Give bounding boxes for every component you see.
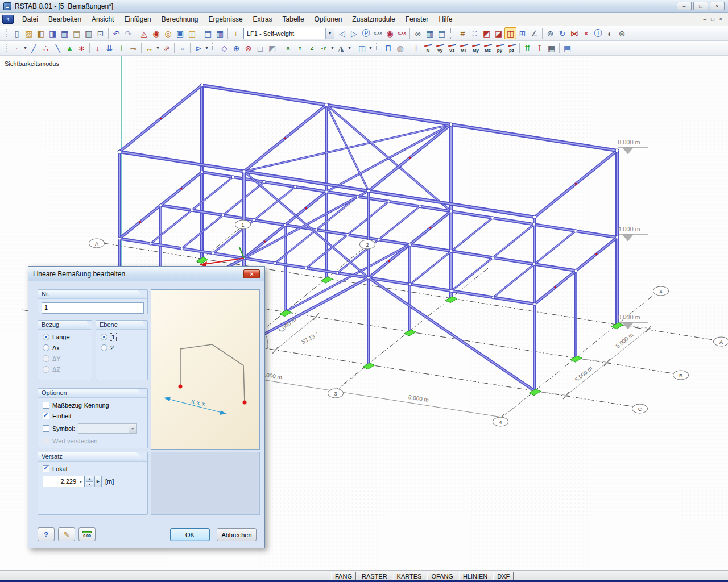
workplane-xz-icon[interactable]: ◫ <box>504 27 516 39</box>
new-loadcase-icon[interactable]: + <box>230 27 242 39</box>
printout-report-icon[interactable]: ▤ <box>436 27 448 39</box>
units-button[interactable]: 0.00 <box>78 527 96 541</box>
result-py-icon[interactable]: py <box>494 42 506 54</box>
view-dropdown-icon[interactable]: ▾ <box>330 42 335 54</box>
status-fang[interactable]: FANG <box>331 572 356 581</box>
open-model-icon[interactable]: ◧ <box>35 27 47 39</box>
checkbox-symbol-box[interactable] <box>43 425 49 432</box>
show-result-values-icon[interactable]: X.XX <box>396 27 408 39</box>
new-file-icon[interactable]: ▯ <box>11 27 23 39</box>
status-kartes[interactable]: KARTES <box>393 572 426 581</box>
zoom-in-icon[interactable]: ⊕ <box>230 42 242 54</box>
display-properties-icon[interactable]: ◐ <box>604 27 616 39</box>
result-mt-icon[interactable]: MT <box>458 42 470 54</box>
versatz-pick-button[interactable]: ▶ <box>94 476 102 487</box>
result-tables-icon[interactable]: ▦ <box>424 27 436 39</box>
versatz-spinner[interactable]: ▲ ▼ <box>86 476 93 487</box>
save-model-icon[interactable]: ◨ <box>47 27 59 39</box>
print-icon[interactable]: ▥ <box>82 27 94 39</box>
radio-dx-button[interactable] <box>43 344 49 351</box>
result-n-icon[interactable]: N <box>422 42 434 54</box>
table-list-icon[interactable]: ▤ <box>202 27 214 39</box>
support-rotate-icon[interactable]: ⊺ <box>533 42 545 54</box>
checkbox-lokal[interactable]: Lokal <box>43 465 147 472</box>
result-my-icon[interactable]: My <box>470 42 482 54</box>
status-raster[interactable]: RASTER <box>358 572 391 581</box>
workplane-xy-icon[interactable]: ◩ <box>481 27 493 39</box>
status-hlinien[interactable]: HLINIEN <box>459 572 491 581</box>
rotate-view-icon[interactable]: ↻ <box>556 27 568 39</box>
close-button[interactable]: × <box>710 2 725 10</box>
view-y-icon[interactable]: Y <box>294 42 306 54</box>
snap-icon[interactable]: ⊚ <box>544 27 556 39</box>
menu-fenster[interactable]: Fenster <box>400 14 434 25</box>
save-icon[interactable]: ▦ <box>59 27 71 39</box>
connect-nodes-icon[interactable]: ∴ <box>40 42 52 54</box>
imperfection-icon[interactable]: ⇈ <box>522 42 533 54</box>
slope-dimension-icon[interactable]: ⇗ <box>160 42 172 54</box>
checkbox-einheit[interactable]: Einheit <box>43 413 147 419</box>
ok-button[interactable]: OK <box>170 528 210 541</box>
result-grid-icon[interactable]: ▦ <box>545 42 557 54</box>
extra-node-icon[interactable]: ∗ <box>76 42 88 54</box>
load-case-dropdown-icon[interactable]: ▾ <box>325 28 334 39</box>
insert-support-icon[interactable]: ⊥ <box>115 42 127 54</box>
view-x-icon[interactable]: X <box>282 42 294 54</box>
checkbox-massbezug[interactable]: Maßbezug-Kennung <box>43 402 147 409</box>
next-loadcase-icon[interactable]: ▷ <box>348 27 360 39</box>
checkbox-symbol[interactable]: Symbol: ▼ <box>43 423 147 434</box>
menu-hilfe[interactable]: Hilfe <box>433 14 457 25</box>
visibility-dropdown-icon[interactable]: ▾ <box>368 42 373 54</box>
new-node-icon[interactable]: ∙ <box>11 42 23 54</box>
comment-button[interactable]: ✎ <box>58 527 75 541</box>
comment-icon[interactable]: ◍ <box>394 42 406 54</box>
checkbox-massbezug-box[interactable] <box>43 402 49 409</box>
load-case-combo[interactable]: LF1 - Self-weight▾ <box>243 28 334 39</box>
mode-icon[interactable]: Π <box>382 42 394 54</box>
new-view-icon[interactable]: ▣ <box>174 27 186 39</box>
mirror-icon[interactable]: ⋈ <box>568 27 580 39</box>
new-member-type-icon[interactable]: ╲ <box>52 42 64 54</box>
nodal-load-icon[interactable]: ↓ <box>92 42 104 54</box>
menu-extras[interactable]: Extras <box>248 14 278 25</box>
menu-bearbeiten[interactable]: Bearbeiten <box>43 14 86 25</box>
zoom-out-icon[interactable]: ⊗ <box>242 42 254 54</box>
member-release-icon[interactable]: ⊸ <box>127 42 139 54</box>
grid-points-icon[interactable]: ∷ <box>469 27 481 39</box>
delete-icon[interactable]: × <box>580 27 592 39</box>
versatz-dropdown-icon[interactable]: ▼ <box>77 480 84 484</box>
edit-object-icon[interactable]: ◬ <box>138 27 150 39</box>
show-loads-icon[interactable]: Ⓟ <box>360 27 372 39</box>
view-glasses-icon[interactable]: ∞ <box>412 27 424 39</box>
radio-ebene-1-button[interactable] <box>101 334 107 340</box>
show-load-values-icon[interactable]: X.XX <box>372 27 384 39</box>
menu-zusatzmodule[interactable]: Zusatzmodule <box>347 14 400 25</box>
menu-einfuegen[interactable]: Einfügen <box>119 14 156 25</box>
checkbox-einheit-box[interactable] <box>43 413 49 419</box>
show-results-icon[interactable]: ◉ <box>384 27 396 39</box>
radio-laenge[interactable]: Länge <box>43 334 92 340</box>
dialog-titlebar[interactable]: Lineare Bemaßung bearbeiten × <box>28 267 264 281</box>
menu-datei[interactable]: Datei <box>17 14 43 25</box>
member-load-icon[interactable]: ⇊ <box>104 42 115 54</box>
isometric-dropdown-icon[interactable]: ▾ <box>347 42 352 54</box>
panel-icon[interactable]: ▤ <box>561 42 573 54</box>
dimension-icon[interactable]: ↔ <box>143 42 155 54</box>
undo-icon[interactable]: ↶ <box>110 27 122 39</box>
menu-tabelle[interactable]: Tabelle <box>278 14 309 25</box>
menu-optionen[interactable]: Optionen <box>309 14 348 25</box>
spin-down-icon[interactable]: ▼ <box>86 481 93 487</box>
menu-ergebnisse[interactable]: Ergebnisse <box>204 14 248 25</box>
mdi-restore-button[interactable]: □ <box>711 16 714 22</box>
cancel-button[interactable]: Abbrechen <box>217 528 257 541</box>
status-dxf[interactable]: DXF <box>493 572 514 581</box>
redo-icon[interactable]: ↷ <box>122 27 134 39</box>
settings-gears-icon[interactable]: ⊛ <box>616 27 628 39</box>
view-cube-corner-icon[interactable]: ◩ <box>266 42 278 54</box>
view-z-icon[interactable]: Z <box>306 42 318 54</box>
regenerate-model-icon[interactable]: # <box>457 27 469 39</box>
view-cube-icon[interactable]: ◻ <box>254 42 266 54</box>
previous-loadcase-icon[interactable]: ◁ <box>336 27 348 39</box>
guide-lines-icon[interactable]: ∠ <box>528 27 540 39</box>
help-button[interactable]: ? <box>38 527 55 541</box>
